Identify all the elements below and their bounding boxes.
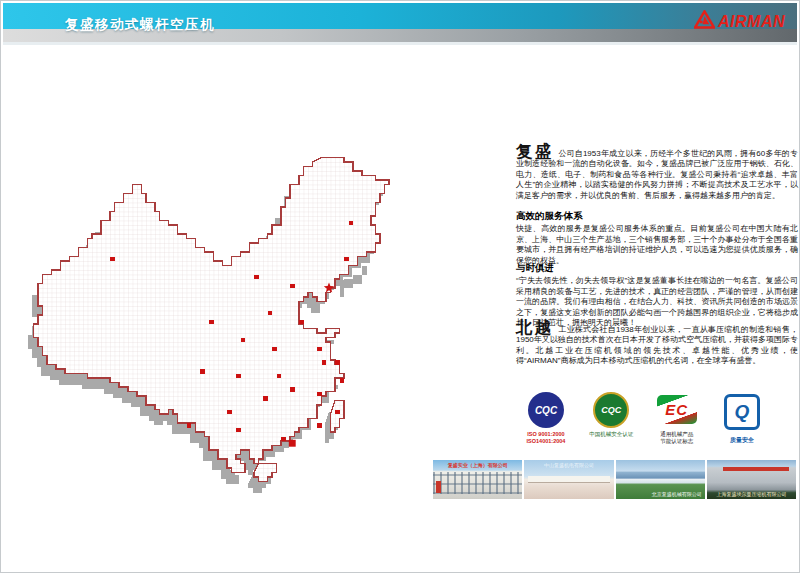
photo-zhongshan-fusheng: 中山复盛机电有限公司 <box>524 460 613 499</box>
city-marker <box>209 320 214 325</box>
city-marker-large <box>289 440 296 447</box>
city-marker <box>299 320 304 325</box>
service-system-body: 快捷、高效的服务是复盛公司服务体系的重点。目前复盛公司在中国大陆有北京、上海、中… <box>516 224 798 266</box>
fusheng-body: 公司自1953年成立以来，历经半个多世纪的风雨，拥有60多年的专业制造经验和一流… <box>516 149 798 200</box>
header-substrip <box>3 42 797 45</box>
city-marker <box>322 360 327 365</box>
city-marker <box>241 338 246 343</box>
cert-machinery-safety: CQC 中国机械安全认证 <box>582 392 640 444</box>
machinery-safety-badge-icon: CQC <box>593 392 629 428</box>
photo2-building <box>528 476 610 482</box>
cert-cqc-iso: CQC ISO 9001:2000 ISO14001:2004 <box>517 392 575 444</box>
city-marker <box>200 369 205 374</box>
city-marker <box>290 387 295 392</box>
cert-quality-safety: Q 质量安全 <box>713 392 771 444</box>
factory-photo-strip: 复盛实业（上海）有限公司 中山复盛机电有限公司 北京复盛机械有限公司 上海复盛埃… <box>433 460 796 499</box>
airman-logo: AIRMAN <box>694 10 785 33</box>
section-hokuetsu: 北越工业株式会社自1938年创业以来，一直从事压缩机的制造和销售，1950年又以… <box>516 323 798 367</box>
page-title: 复盛移动式螺杆空压机 <box>65 16 215 34</box>
cert-cqc-iso-line2: ISO14001:2004 <box>517 438 575 445</box>
keep-pace-body: “宁失去领先性，勿失去领导权”这是复盛董事长挂在嘴边的一句名言。复盛公司采用精良… <box>516 276 798 328</box>
city-marker <box>236 374 241 379</box>
city-marker <box>335 410 340 415</box>
quality-safety-badge-icon: Q <box>724 394 760 430</box>
fusheng-brand-word: 复盛 <box>516 142 553 161</box>
city-marker <box>110 257 115 262</box>
cert-quality-safety-line1: 质量安全 <box>713 437 771 444</box>
photo4-roof-sign <box>723 467 789 471</box>
certification-row: CQC ISO 9001:2000 ISO14001:2004 CQC 中国机械… <box>517 392 771 444</box>
photo4-caption: 上海复盛埃尔曼压缩机有限公司 <box>716 491 786 497</box>
photo3-caption: 北京复盛机械有限公司 <box>652 491 702 497</box>
keep-pace-heading: 与时俱进 <box>516 263 798 273</box>
photo1-building-windows <box>433 472 522 495</box>
city-marker <box>290 284 295 289</box>
energy-saving-badge-icon: EC <box>657 395 697 424</box>
cert-energy-saving-line2: 节能认证标志 <box>648 438 706 445</box>
city-marker <box>317 392 322 397</box>
city-marker <box>227 410 232 415</box>
city-marker <box>277 374 282 379</box>
photo2-caption: 中山复盛机电有限公司 <box>544 462 594 468</box>
city-marker <box>236 428 241 433</box>
section-keep-pace: 与时俱进 “宁失去领先性，勿失去领导权”这是复盛董事长挂在嘴边的一句名言。复盛公… <box>516 263 798 328</box>
airman-wordmark: AIRMAN <box>718 13 785 31</box>
china-map-svg <box>11 126 491 546</box>
city-marker <box>335 360 340 365</box>
china-distribution-map <box>11 126 491 546</box>
service-system-heading: 高效的服务体系 <box>516 211 798 221</box>
city-marker <box>317 423 322 428</box>
city-marker <box>281 437 286 442</box>
brochure-page: 复盛移动式螺杆空压机 AIRMAN 复盛公司自1953年成立以来，历经半个多世纪… <box>0 0 800 573</box>
section-service-system: 高效的服务体系 快捷、高效的服务是复盛公司服务体系的重点。目前复盛公司在中国大陆… <box>516 211 798 266</box>
city-marker <box>340 378 345 383</box>
hokuetsu-body: 工业株式会社自1938年创业以来，一直从事压缩机的制造和销售，1950年又以独自… <box>516 325 798 365</box>
city-marker <box>254 275 259 280</box>
city-marker <box>317 347 322 352</box>
city-marker <box>263 396 268 401</box>
section-fusheng: 复盛公司自1953年成立以来，历经半个多世纪的风雨，拥有60多年的专业制造经验和… <box>516 147 798 201</box>
hokuetsu-brand-word: 北越 <box>516 318 553 337</box>
cert-energy-saving: EC 通用机械产品 节能认证标志 <box>648 392 706 444</box>
cert-machinery-safety-line1: 中国机械安全认证 <box>582 431 640 438</box>
city-marker <box>344 257 349 262</box>
city-marker <box>187 423 192 428</box>
airman-triangle-icon <box>694 10 715 33</box>
cqc-blue-badge-icon: CQC <box>528 392 564 428</box>
city-marker <box>268 311 273 316</box>
photo1-red-sign <box>436 481 441 493</box>
city-marker <box>272 347 277 352</box>
photo-beijing-fusheng: 北京复盛机械有限公司 <box>616 460 705 499</box>
city-marker <box>349 221 354 226</box>
photo-fusheng-shanghai: 复盛实业（上海）有限公司 <box>433 460 522 499</box>
photo1-caption: 复盛实业（上海）有限公司 <box>448 462 508 468</box>
photo-shanghai-airman: 上海复盛埃尔曼压缩机有限公司 <box>707 460 796 499</box>
capital-star-icon <box>324 283 334 293</box>
